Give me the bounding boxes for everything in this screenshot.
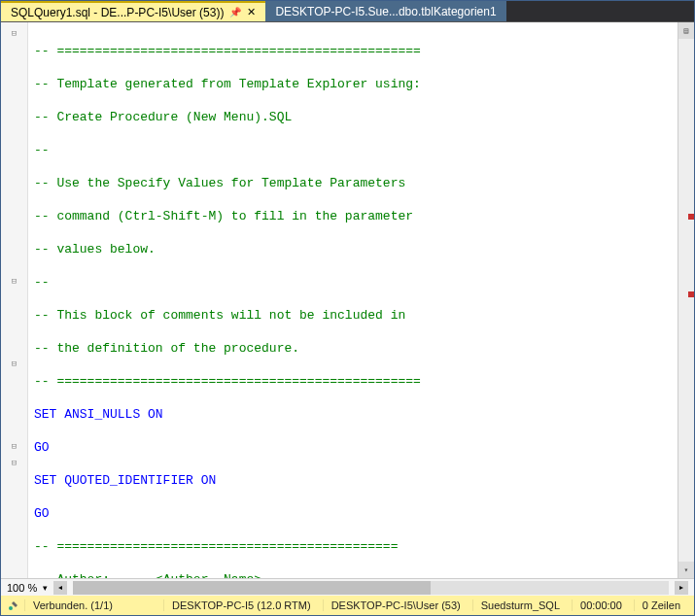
comment: -- bbox=[34, 143, 50, 157]
code-area[interactable]: -- =====================================… bbox=[28, 22, 678, 578]
comment: -- =====================================… bbox=[34, 44, 421, 58]
kw: ON bbox=[148, 407, 163, 422]
kw: GO bbox=[34, 506, 50, 521]
tab-bar: SQLQuery1.sql - DE...P-PC-I5\User (53)) … bbox=[1, 1, 694, 22]
comment: -- the definition of the procedure. bbox=[34, 341, 299, 356]
connection-icon bbox=[7, 599, 20, 612]
close-icon[interactable]: ✕ bbox=[247, 6, 256, 18]
editor: ⊟ · · · · · · · · · · · · · · ⊟ · · · · … bbox=[1, 22, 694, 578]
status-db: Suedsturm_SQL bbox=[472, 599, 568, 611]
fold-icon[interactable]: ⊟ bbox=[1, 456, 27, 472]
kw: ON bbox=[201, 473, 217, 488]
kw: SET bbox=[34, 473, 56, 488]
tab-active-label: SQLQuery1.sql - DE...P-PC-I5\User (53)) bbox=[11, 6, 224, 19]
kw: ANSI_NULLS bbox=[56, 407, 148, 422]
comment: -- =====================================… bbox=[34, 539, 398, 554]
scroll-left-icon[interactable]: ◂ bbox=[53, 581, 67, 595]
scroll-right-icon[interactable]: ▸ bbox=[675, 581, 688, 595]
zoom-level[interactable]: 100 % bbox=[7, 582, 37, 594]
scroll-track[interactable] bbox=[678, 39, 694, 562]
kw: SET bbox=[34, 407, 56, 422]
status-server: DESKTOP-PC-I5 (12.0 RTM) bbox=[163, 599, 319, 611]
comment: -- values below. bbox=[34, 242, 156, 257]
scroll-split-icon[interactable]: ▤ bbox=[678, 22, 694, 39]
tab-inactive[interactable]: DESKTOP-PC-I5.Sue...dbo.tblKategorien1 bbox=[265, 1, 505, 21]
fold-icon[interactable]: ⊟ bbox=[1, 274, 27, 291]
vertical-scrollbar[interactable]: ▤ ▾ bbox=[678, 22, 694, 578]
tab-inactive-label: DESKTOP-PC-I5.Sue...dbo.tblKategorien1 bbox=[275, 5, 496, 18]
comment: -- Create Procedure (New Menu).SQL bbox=[34, 110, 292, 124]
chevron-down-icon[interactable]: ▾ bbox=[43, 583, 48, 593]
gutter: ⊟ · · · · · · · · · · · · · · ⊟ · · · · … bbox=[1, 22, 28, 578]
t: <Author,,Name> bbox=[156, 572, 261, 578]
comment: -- =====================================… bbox=[34, 374, 421, 389]
fold-icon[interactable]: ⊟ bbox=[1, 357, 27, 373]
kw: QUOTED_IDENTIFIER bbox=[56, 473, 200, 488]
scroll-down-icon[interactable]: ▾ bbox=[678, 562, 694, 578]
kw: GO bbox=[34, 440, 50, 455]
status-time: 00:00:00 bbox=[572, 599, 630, 611]
status-bar: Verbunden. (1/1) DESKTOP-PC-I5 (12.0 RTM… bbox=[1, 596, 694, 615]
pin-icon[interactable]: 📌 bbox=[229, 7, 241, 17]
comment: -- command (Ctrl-Shift-M) to fill in the… bbox=[34, 209, 413, 223]
hscroll-track[interactable] bbox=[73, 581, 669, 595]
svg-point-0 bbox=[9, 606, 13, 610]
comment: -- Use the Specify Values for Template P… bbox=[34, 176, 405, 190]
error-marker-icon[interactable] bbox=[688, 291, 694, 297]
status-connection: Verbunden. (1/1) bbox=[24, 599, 121, 611]
hscroll-thumb[interactable] bbox=[73, 581, 431, 595]
comment: -- This block of comments will not be in… bbox=[34, 308, 405, 323]
fold-icon[interactable]: ⊟ bbox=[1, 439, 27, 456]
comment: -- Template generated from Template Expl… bbox=[34, 77, 421, 91]
tab-active[interactable]: SQLQuery1.sql - DE...P-PC-I5\User (53)) … bbox=[1, 1, 265, 21]
comment: -- Author: bbox=[34, 572, 156, 578]
comment: -- bbox=[34, 275, 50, 290]
status-user: DESKTOP-PC-I5\User (53) bbox=[323, 599, 469, 611]
error-marker-icon[interactable] bbox=[688, 214, 694, 220]
zoom-bar: 100 % ▾ ◂ ▸ bbox=[1, 578, 694, 596]
status-rows: 0 Zeilen bbox=[634, 599, 688, 611]
fold-icon[interactable]: ⊟ bbox=[1, 26, 27, 43]
